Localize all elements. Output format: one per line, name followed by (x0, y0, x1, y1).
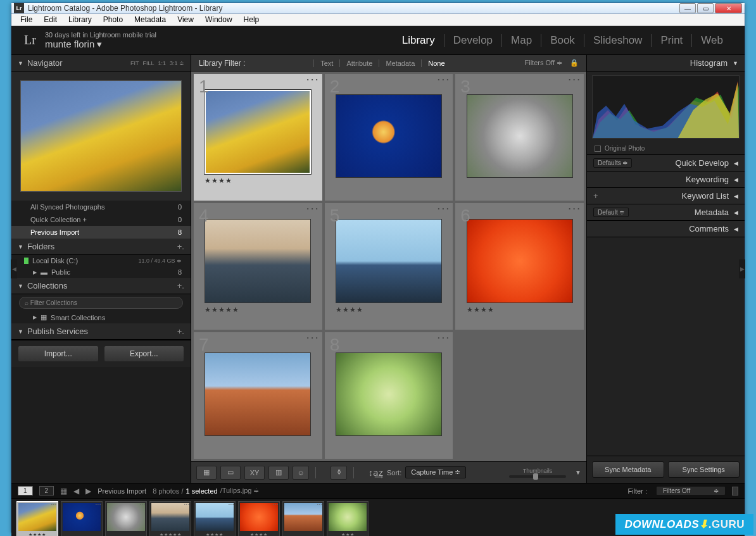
filter-attribute[interactable]: Attribute (339, 59, 379, 67)
grid-cell[interactable]: 2• • • (325, 74, 453, 201)
folders-header[interactable]: ▼ Folders +. (11, 239, 191, 255)
filter-text[interactable]: Text (313, 59, 339, 67)
disk-row[interactable]: Local Disk (C:) 11.0 / 49.4 GB ≑ (11, 255, 191, 266)
import-button[interactable]: Import... (18, 346, 99, 362)
histogram-display[interactable] (592, 75, 740, 139)
menu-library[interactable]: Library (63, 14, 97, 25)
rating-stars[interactable]: ★★★★ (205, 177, 232, 185)
filters-off-toggle[interactable]: Filters Off ≑ (519, 59, 567, 67)
checkbox-icon[interactable] (595, 146, 601, 152)
lock-icon[interactable]: 🔒 (570, 59, 579, 67)
filter-switch-icon[interactable] (732, 487, 738, 495)
painter-button[interactable]: ⚱ (331, 466, 347, 480)
module-library[interactable]: Library (393, 34, 444, 47)
user-menu[interactable]: munte florin ▾ (45, 39, 156, 50)
menu-window[interactable]: Window (200, 14, 237, 25)
preset-select[interactable]: Default ≑ (593, 208, 629, 217)
panel-comments[interactable]: Comments◀ (587, 221, 745, 237)
grid-view-button[interactable]: ▦ (196, 466, 217, 480)
people-view-button[interactable]: ☺ (293, 466, 309, 480)
nav-zoom-11[interactable]: 1:1 (158, 60, 166, 66)
panel-keywording[interactable]: Keywording◀ (587, 171, 745, 188)
left-panel-toggle[interactable]: ◀ (11, 259, 17, 278)
folder-row[interactable]: ▶ ▬ Public 8 (11, 266, 191, 278)
filter-none[interactable]: None (421, 59, 451, 67)
filename-display[interactable]: /Tulips.jpg ≑ (220, 487, 260, 495)
filter-collections-input[interactable]: ⌕ Filter Collections (19, 297, 183, 309)
maximize-button[interactable]: ▭ (697, 3, 714, 13)
panel-metadata[interactable]: Default ≑Metadata◀ (587, 204, 745, 221)
menu-file[interactable]: File (15, 14, 37, 25)
filmstrip-cell[interactable]: • • •★★★★ (16, 501, 58, 536)
filmstrip-cell[interactable]: • • •★★★★ (238, 501, 280, 536)
filmstrip-cell[interactable]: • • • (105, 501, 147, 536)
source-label[interactable]: Previous Import (98, 487, 146, 495)
sync-metadata-button[interactable]: Sync Metadata (592, 461, 664, 478)
collection-row[interactable]: ▶ ▦ Smart Collections (11, 311, 191, 323)
add-collection-icon[interactable]: +. (177, 281, 184, 290)
module-develop[interactable]: Develop (444, 34, 502, 47)
nav-zoom-fit[interactable]: FIT (130, 60, 139, 66)
compare-view-button[interactable]: XY (244, 466, 265, 480)
filmstrip-cell[interactable]: • • • (282, 501, 324, 536)
filter-metadata[interactable]: Metadata (379, 59, 421, 67)
catalog-row[interactable]: Previous Import8 (11, 226, 191, 239)
survey-view-button[interactable]: ▥ (268, 466, 289, 480)
right-panel-toggle[interactable]: ▶ (739, 259, 745, 278)
module-map[interactable]: Map (502, 34, 541, 47)
filmstrip-cell[interactable]: • • • (61, 501, 103, 536)
minimize-button[interactable]: — (679, 3, 696, 13)
grid-cell[interactable]: 8• • • (325, 332, 453, 459)
catalog-row[interactable]: Quick Collection +0 (11, 213, 191, 226)
panel-keyword-list[interactable]: +Keyword List◀ (587, 188, 745, 204)
menu-metadata[interactable]: Metadata (129, 14, 171, 25)
navigator-zoom-opts[interactable]: FITFILL1:13:1 ≑ (130, 60, 184, 66)
nav-zoom-fill[interactable]: FILL (142, 60, 154, 66)
preset-select[interactable]: Defaults ≑ (593, 158, 632, 168)
filmstrip-cell[interactable]: • • •★★★★★ (149, 501, 191, 536)
toolbar-chevron-icon[interactable]: ▼ (575, 469, 581, 476)
collections-header[interactable]: ▼ Collections +. (11, 278, 191, 294)
sync-settings-button[interactable]: Sync Settings (668, 461, 740, 478)
filter-preset-select[interactable]: Filters Off≑ (656, 486, 726, 495)
grid-cell[interactable]: 3• • • (455, 74, 584, 201)
grid-mode-icon[interactable]: ▦ (60, 487, 67, 495)
histogram-header[interactable]: Histogram ▼ (587, 55, 745, 72)
add-publish-icon[interactable]: +. (177, 327, 184, 336)
module-web[interactable]: Web (692, 34, 732, 47)
rating-stars[interactable]: ★★★★ (467, 306, 495, 314)
grid-cell[interactable]: 7• • • (194, 332, 322, 459)
sort-direction-icon[interactable]: ↕a͢z (369, 468, 383, 478)
thumbnail-size-slider[interactable]: Thumbnails (509, 468, 566, 478)
add-folder-icon[interactable]: +. (177, 242, 184, 251)
menu-view[interactable]: View (172, 14, 199, 25)
page-2-button[interactable]: 2 (39, 486, 54, 495)
module-print[interactable]: Print (652, 34, 692, 47)
grid-cell[interactable]: 4• • •★★★★★ (194, 203, 322, 330)
catalog-row[interactable]: All Synced Photographs0 (11, 201, 191, 213)
nav-forward-icon[interactable]: ▶ (85, 487, 91, 495)
page-1-button[interactable]: 1 (18, 486, 33, 495)
navigator-header[interactable]: ▼ Navigator FITFILL1:13:1 ≑ (11, 55, 191, 72)
filmstrip-cell[interactable]: • • •★★★ (327, 501, 369, 536)
rating-stars[interactable]: ★★★★ (336, 306, 363, 314)
sort-select[interactable]: Capture Time ≑ (405, 466, 466, 478)
add-icon[interactable]: + (593, 191, 598, 201)
publish-header[interactable]: ▼ Publish Services +. (11, 323, 191, 340)
export-button[interactable]: Export... (104, 346, 185, 362)
grid-cell[interactable]: 1• • •★★★★ (194, 74, 322, 201)
nav-back-icon[interactable]: ◀ (73, 487, 79, 495)
panel-quick-develop[interactable]: Defaults ≑Quick Develop◀ (587, 155, 745, 171)
original-photo-row[interactable]: Original Photo (587, 142, 745, 155)
module-slideshow[interactable]: Slideshow (584, 34, 652, 47)
titlebar[interactable]: Lr Lightroom Catalog - Adobe Photoshop L… (11, 3, 745, 14)
navigator-preview[interactable] (11, 72, 191, 201)
menu-help[interactable]: Help (239, 14, 265, 25)
rating-stars[interactable]: ★★★★★ (205, 306, 239, 314)
menu-edit[interactable]: Edit (39, 14, 62, 25)
module-book[interactable]: Book (541, 34, 584, 47)
close-button[interactable]: ✕ (715, 3, 742, 13)
menu-photo[interactable]: Photo (98, 14, 128, 25)
filmstrip-cell[interactable]: • • •★★★★ (194, 501, 236, 536)
grid-cell[interactable]: 6• • •★★★★ (455, 203, 584, 330)
